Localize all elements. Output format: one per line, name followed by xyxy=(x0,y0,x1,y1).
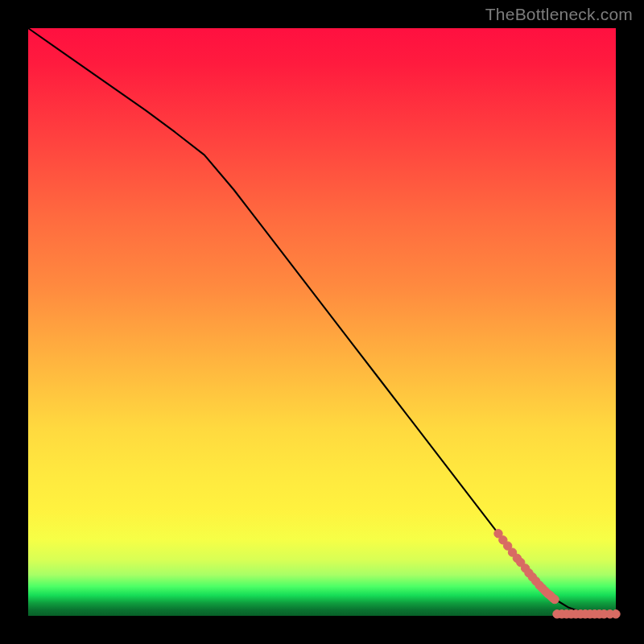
plot-svg xyxy=(28,28,616,616)
data-point xyxy=(612,610,620,618)
plot-area xyxy=(28,28,616,616)
scatter-dots xyxy=(494,530,620,618)
watermark-text: TheBottleneck.com xyxy=(485,5,633,24)
data-point xyxy=(551,595,559,603)
series-curve xyxy=(28,28,616,615)
chart-frame: TheBottleneck.com xyxy=(0,0,644,644)
